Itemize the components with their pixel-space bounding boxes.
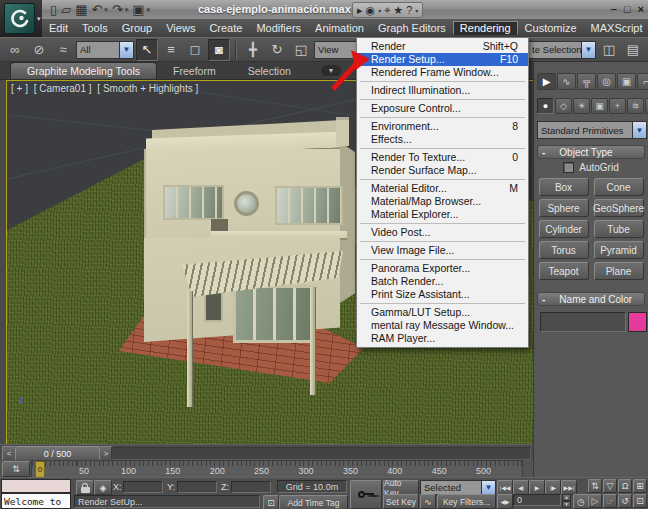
ribbon-tab-freeform[interactable]: Freeform xyxy=(157,63,232,79)
maxscript-mini-listener-macro[interactable] xyxy=(1,479,71,493)
z-coordinate-field[interactable] xyxy=(231,481,271,493)
menu-rendering[interactable]: Rendering xyxy=(453,21,518,35)
dropdown-arrow-icon[interactable]: ▼ xyxy=(119,42,133,58)
frame-marker[interactable]: 0 xyxy=(35,461,45,478)
rectangular-selection-region-icon[interactable]: ◻ xyxy=(184,39,206,61)
mini-curve-editor-button[interactable]: ⇅ xyxy=(2,461,30,477)
menu-item-render-to-texture-[interactable]: Render To Texture...0 xyxy=(357,151,528,164)
object-type-button-pyramid[interactable]: Pyramid xyxy=(594,241,644,259)
project-folder-icon-caret[interactable]: ▾ xyxy=(147,6,151,14)
maximize-button[interactable]: □ xyxy=(624,3,631,15)
application-button[interactable]: ▾ xyxy=(0,0,42,37)
menu-item-ram-player-[interactable]: RAM Player... xyxy=(357,332,528,345)
object-type-button-sphere[interactable]: Sphere xyxy=(539,199,589,217)
tab-create[interactable]: ▶ xyxy=(537,73,556,90)
menu-item-video-post-[interactable]: Video Post... xyxy=(357,226,528,239)
object-type-button-plane[interactable]: Plane xyxy=(594,262,644,280)
y-coordinate-field[interactable] xyxy=(177,481,217,493)
dropdown-arrow-icon[interactable]: ▼ xyxy=(632,122,646,138)
frame-spinner[interactable]: ▲▼ xyxy=(562,494,571,506)
object-category-dropdown[interactable]: Standard Primitives ▼ xyxy=(537,121,647,139)
project-folder-icon[interactable]: ▣ xyxy=(132,3,144,16)
minimize-button[interactable]: – xyxy=(611,3,617,15)
select-by-name-icon[interactable]: ≡ xyxy=(160,39,182,61)
menu-item-mental-ray-message-window-[interactable]: mental ray Message Window... xyxy=(357,319,528,332)
menu-animation[interactable]: Animation xyxy=(308,21,371,35)
ribbon-tab-selection[interactable]: Selection xyxy=(232,63,307,79)
menu-item-material-map-browser-[interactable]: Material/Map Browser... xyxy=(357,195,528,208)
isolate-cube-icon[interactable]: ⊡ xyxy=(263,495,279,509)
select-and-link-icon[interactable]: ∞ xyxy=(4,39,26,61)
next-frame-button[interactable]: |▶ xyxy=(545,480,561,495)
set-key-button[interactable]: Set Key xyxy=(383,494,419,509)
current-frame-field[interactable]: 0 xyxy=(513,494,561,506)
communication-star-icon[interactable]: ★ xyxy=(393,5,403,16)
dolly-camera-icon[interactable]: ⇅ xyxy=(588,479,602,493)
menu-item-environment-[interactable]: Environment...8 xyxy=(357,120,528,133)
object-type-button-box[interactable]: Box xyxy=(539,178,589,196)
named-selection-sets-combo[interactable]: te Selection S▼ xyxy=(528,41,596,59)
key-filters-button[interactable]: Key Filters... xyxy=(437,494,496,509)
bind-to-space-warp-icon[interactable]: ≈ xyxy=(52,39,74,61)
time-configuration-button[interactable]: ◷ xyxy=(573,494,589,509)
select-and-scale-icon[interactable]: ◱ xyxy=(290,39,312,61)
category-shapes[interactable]: ◇ xyxy=(555,98,572,114)
go-to-start-button[interactable]: |◀◀ xyxy=(497,480,513,495)
object-type-button-cylinder[interactable]: Cylinder xyxy=(539,220,589,238)
menu-item-material-explorer-[interactable]: Material Explorer... xyxy=(357,208,528,221)
go-to-end-button[interactable]: ▶▶| xyxy=(561,480,577,495)
viewport-plus-menu[interactable]: [ + ] xyxy=(11,83,28,94)
menu-item-view-image-file-[interactable]: View Image File... xyxy=(357,244,528,257)
object-name-field[interactable] xyxy=(540,312,626,332)
object-color-swatch[interactable] xyxy=(628,312,647,332)
close-button[interactable]: × xyxy=(638,3,644,15)
search-binoculars-icon-caret[interactable]: ▾ xyxy=(378,7,381,14)
dropdown-arrow-icon[interactable]: ▼ xyxy=(481,481,495,494)
menu-item-panorama-exporter-[interactable]: Panorama Exporter... xyxy=(357,262,528,275)
default-tangent-button[interactable]: ∿ xyxy=(420,494,436,509)
menu-customize[interactable]: Customize xyxy=(518,21,584,35)
redo-icon-caret[interactable]: ▾ xyxy=(125,6,129,14)
menu-item-effects-[interactable]: Effects... xyxy=(357,133,528,146)
object-type-button-geosphere[interactable]: GeoSphere xyxy=(594,199,644,217)
object-type-button-cone[interactable]: Cone xyxy=(594,178,644,196)
object-type-rollout-header[interactable]: - Object Type xyxy=(537,145,645,159)
select-and-move-icon[interactable]: ╋ xyxy=(242,39,264,61)
menu-edit[interactable]: Edit xyxy=(42,21,75,35)
save-file-icon[interactable]: ▦ xyxy=(75,3,87,16)
key-mode-toggle[interactable]: ◀▶ xyxy=(497,494,513,509)
menu-item-render-surface-map-[interactable]: Render Surface Map... xyxy=(357,164,528,177)
name-color-rollout-header[interactable]: - Name and Color xyxy=(537,292,645,306)
undo-icon-caret[interactable]: ▾ xyxy=(104,6,108,14)
auto-key-button[interactable]: Auto Key xyxy=(383,480,419,495)
select-and-rotate-icon[interactable]: ↻ xyxy=(266,39,288,61)
window-crossing-icon[interactable]: ◙ xyxy=(208,39,230,61)
undo-icon[interactable]: ↶ xyxy=(91,3,102,16)
toggle-set-key-mode-button[interactable] xyxy=(350,480,382,509)
align-layer-icon[interactable]: ▤ xyxy=(622,39,644,61)
object-type-button-teapot[interactable]: Teapot xyxy=(539,262,589,280)
menu-item-indirect-illumination-[interactable]: Indirect Illumination... xyxy=(357,84,528,97)
time-slider-handle[interactable]: 0 / 500 xyxy=(15,446,100,461)
menu-graph-editors[interactable]: Graph Editors xyxy=(371,21,453,35)
maxscript-mini-listener[interactable]: Welcome to xyxy=(1,493,71,509)
menu-item-print-size-assistant-[interactable]: Print Size Assistant... xyxy=(357,288,528,301)
category-space-warps[interactable]: ≋ xyxy=(627,98,644,114)
viewport-camera-menu[interactable]: [ Camera01 ] xyxy=(34,83,92,94)
menu-group[interactable]: Group xyxy=(115,21,160,35)
menu-item-render-setup-[interactable]: Render Setup...F10 xyxy=(357,53,528,66)
open-file-icon[interactable]: ▱ xyxy=(61,3,71,16)
autogrid-checkbox[interactable] xyxy=(563,162,574,173)
menu-item-rendered-frame-window-[interactable]: Rendered Frame Window... xyxy=(357,66,528,79)
category-lights[interactable]: ☀ xyxy=(573,98,590,114)
menu-item-gamma-lut-setup-[interactable]: Gamma/LUT Setup... xyxy=(357,306,528,319)
new-file-icon[interactable]: ▯ xyxy=(50,3,57,16)
help-icon-caret[interactable]: ▾ xyxy=(415,7,418,14)
ribbon-tab-graphite-modeling-tools[interactable]: Graphite Modeling Tools xyxy=(10,62,157,79)
tab-motion[interactable]: ◎ xyxy=(597,73,616,90)
object-type-button-tube[interactable]: Tube xyxy=(594,220,644,238)
menu-item-render[interactable]: RenderShift+Q xyxy=(357,40,528,53)
add-time-tag-button[interactable]: Add Time Tag xyxy=(279,495,348,509)
menu-views[interactable]: Views xyxy=(159,21,202,35)
roll-camera-icon[interactable]: ▷ xyxy=(588,494,602,508)
